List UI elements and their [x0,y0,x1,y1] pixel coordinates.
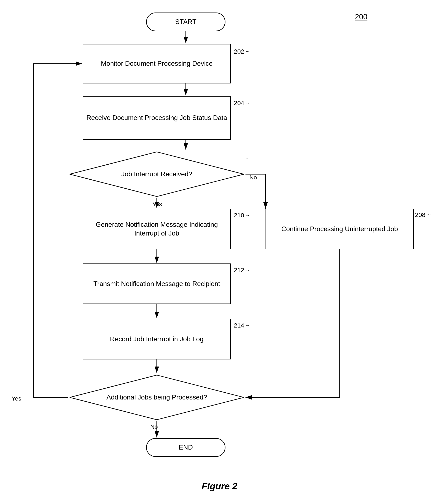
end-node: END [146,438,225,457]
node-210: Generate Notification Message Indicating… [83,209,231,249]
node-206: Job Interrupt Received? [68,150,245,198]
figure-label: Figure 2 [0,481,439,492]
no-label-216: No [150,423,158,430]
node-202: Monitor Document Processing Device [83,44,231,83]
node-216: Additional Jobs being Processed? [68,374,245,422]
node-208: Continue Processing Uninterrupted Job [266,209,414,249]
node-214: Record Job Interrupt in Job Log [83,319,231,359]
step-202-label: 202 ~ [234,48,249,55]
step-212-label: 212 ~ [234,267,249,274]
start-node: START [146,12,225,31]
diagram-ref: 200 [355,12,367,21]
yes-label-216: Yes [12,395,21,402]
step-214-label: 214 ~ [234,322,249,329]
step-208-label: 208 ~ [415,211,431,218]
step-204-label: 204 ~ [234,100,249,106]
node-212: Transmit Notification Message to Recipie… [83,263,231,304]
flowchart-diagram: 200 START 202 ~ Monitor Document Process… [0,0,439,504]
node-204: Receive Document Processing Job Status D… [83,96,231,140]
no-label-206: No [249,174,257,181]
yes-label-206: Yes [152,201,162,208]
step-210-label: 210 ~ [234,212,249,219]
